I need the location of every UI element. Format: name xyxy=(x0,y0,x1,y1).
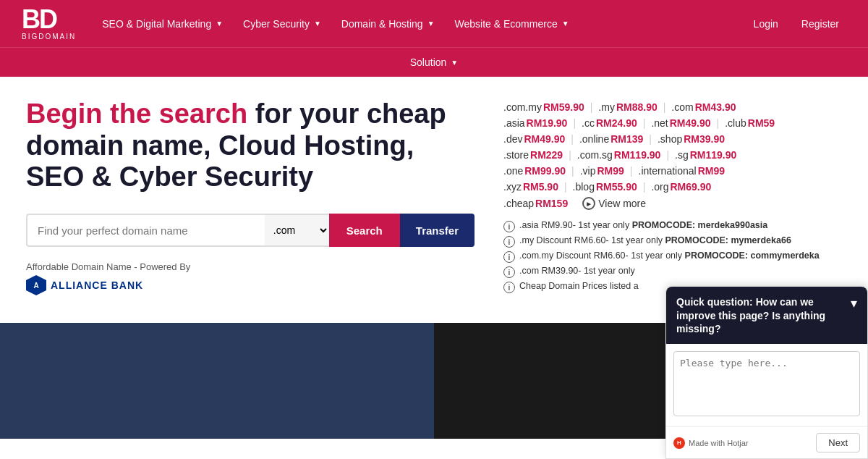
hero-title: Begin the search for your cheap domain n… xyxy=(26,98,475,193)
hotjar-next-button[interactable]: Next xyxy=(816,433,860,439)
info-icon: i xyxy=(503,251,515,263)
price-item: .store RM229 xyxy=(503,149,563,161)
hero-right: .com.my RM59.90 | .my RM88.90 | .com RM4… xyxy=(503,98,842,308)
logo-initials: BD xyxy=(22,7,76,33)
hotjar-header: Quick question: How can we improve this … xyxy=(666,287,867,344)
price-item: .xyz RM5.90 xyxy=(503,181,558,193)
price-row: .dev RM49.90 | .online RM139 | .shop RM3… xyxy=(503,133,842,145)
info-icon: i xyxy=(503,221,515,232)
logo-text: BIGDOMAIN xyxy=(22,33,76,41)
hotjar-body xyxy=(666,344,867,426)
chevron-down-icon: ▼ xyxy=(314,20,321,28)
alliance-bank-name: ALLIANCE BANK xyxy=(51,279,143,291)
price-item: .org RM69.90 xyxy=(651,181,711,193)
info-icon: i xyxy=(503,282,515,293)
price-item: .com.sg RM119.90 xyxy=(577,149,661,161)
price-item: .my RM88.90 xyxy=(598,101,657,113)
alliance-icon: A xyxy=(26,275,46,295)
nav-menu: SEO & Digital Marketing ▼ Cyber Security… xyxy=(93,12,577,35)
nav-item-website[interactable]: Website & Ecommerce ▼ xyxy=(446,12,578,35)
hotjar-widget: Quick question: How can we improve this … xyxy=(665,286,868,439)
hero-title-highlight: Begin the search xyxy=(26,98,247,129)
price-item: .one RM99.90 xyxy=(503,165,566,177)
logo[interactable]: BD BIGDOMAIN xyxy=(22,7,76,41)
price-row: .one RM99.90 | .vip RM99 | .internationa… xyxy=(503,165,842,177)
info-icon: i xyxy=(503,266,515,278)
search-input[interactable] xyxy=(26,214,265,247)
search-bar: .com .my .com.my .net .org Search Transf… xyxy=(26,214,475,247)
hotjar-brand: H Made with Hotjar xyxy=(673,437,749,439)
price-item: .vip RM99 xyxy=(580,165,624,177)
promo-item: i .asia RM9.90- 1st year only PROMOCODE:… xyxy=(503,220,842,232)
hotjar-footer: H Made with Hotjar Next xyxy=(666,426,867,439)
promo-list: i .asia RM9.90- 1st year only PROMOCODE:… xyxy=(503,220,842,293)
promo-item: i .com RM39.90- 1st year only xyxy=(503,266,842,278)
powered-by: Affordable Domain Name - Powered By xyxy=(26,261,475,272)
promo-item: i .my Discount RM6.60- 1st year only PRO… xyxy=(503,235,842,248)
nav-item-cyber[interactable]: Cyber Security ▼ xyxy=(234,12,330,35)
nav-right: Login Register xyxy=(746,14,846,34)
price-grid: .com.my RM59.90 | .my RM88.90 | .com RM4… xyxy=(503,101,842,210)
price-item: .international RM99 xyxy=(639,165,726,177)
price-item: .asia RM19.90 xyxy=(503,117,567,129)
nav-solution[interactable]: Solution ▼ xyxy=(401,54,467,71)
price-item: .com RM43.90 xyxy=(671,101,736,113)
nav-secondary: Solution ▼ xyxy=(0,47,868,77)
price-row: .asia RM19.90 | .cc RM24.90 | .net RM49.… xyxy=(503,117,842,129)
hotjar-brand-text: Made with Hotjar xyxy=(689,439,749,439)
chevron-down-icon: ▼ xyxy=(427,20,435,28)
alliance-logo: A ALLIANCE BANK xyxy=(26,275,475,295)
search-button[interactable]: Search xyxy=(329,214,400,247)
price-item: .net RM49.90 xyxy=(651,117,710,129)
price-item: .com.my RM59.90 xyxy=(503,101,584,113)
price-row: .xyz RM5.90 | .blog RM55.90 | .org RM69.… xyxy=(503,181,842,193)
info-icon: i xyxy=(503,236,515,248)
price-row: .cheap RM159 ► View more xyxy=(503,197,842,210)
price-item: .blog RM55.90 xyxy=(573,181,637,193)
price-item: .dev RM49.90 xyxy=(503,133,565,145)
hotjar-feedback-input[interactable] xyxy=(673,351,860,416)
transfer-button[interactable]: Transfer xyxy=(400,214,475,247)
promo-item: i .com.my Discount RM6.60- 1st year only… xyxy=(503,250,842,263)
price-item: .cc RM24.90 xyxy=(582,117,637,129)
chevron-down-icon: ▼ xyxy=(451,59,458,67)
login-link[interactable]: Login xyxy=(746,14,786,34)
hotjar-logo-icon: H xyxy=(673,437,685,439)
price-item: .shop RM39.90 xyxy=(658,133,725,145)
price-item: .online RM139 xyxy=(579,133,643,145)
hotjar-title: Quick question: How can we improve this … xyxy=(676,295,845,335)
chevron-down-icon: ▼ xyxy=(562,20,569,28)
price-item: .cheap RM159 xyxy=(503,198,568,209)
nav-item-seo[interactable]: SEO & Digital Marketing ▼ xyxy=(93,12,231,35)
nav-item-domain[interactable]: Domain & Hosting ▼ xyxy=(333,12,443,35)
chevron-down-icon: ▼ xyxy=(216,20,223,28)
price-row: .store RM229 | .com.sg RM119.90 | .sg RM… xyxy=(503,149,842,161)
register-link[interactable]: Register xyxy=(794,14,846,34)
view-more-link[interactable]: ► View more xyxy=(582,197,646,210)
price-row: .com.my RM59.90 | .my RM88.90 | .com RM4… xyxy=(503,101,842,113)
navbar: BD BIGDOMAIN SEO & Digital Marketing ▼ C… xyxy=(0,0,868,77)
hero-left: Begin the search for your cheap domain n… xyxy=(26,98,475,308)
info-circle-icon: ► xyxy=(582,197,595,210)
bottom-left-dark xyxy=(0,323,434,439)
domain-extension-select[interactable]: .com .my .com.my .net .org xyxy=(265,214,329,247)
price-item: .sg RM119.90 xyxy=(675,149,736,161)
price-item: .club RM59 xyxy=(725,117,775,129)
hotjar-collapse-button[interactable]: ▾ xyxy=(851,295,857,311)
